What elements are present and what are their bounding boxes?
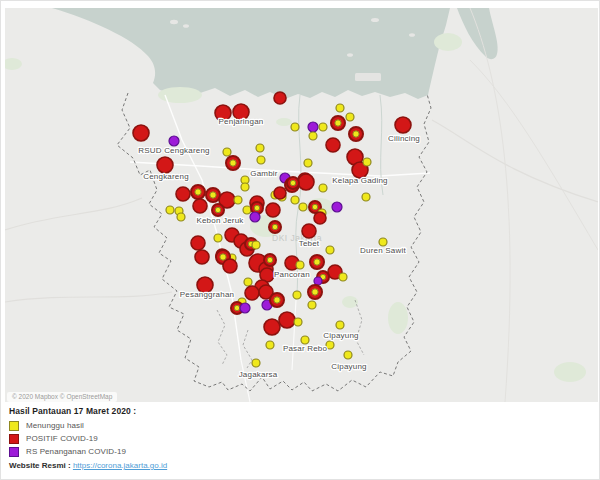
footer: Website Resmi : https://corona.jakarta.g… xyxy=(9,461,167,470)
district-label: Cipayung xyxy=(323,331,358,340)
map-marker-waiting[interactable] xyxy=(234,196,242,204)
map-marker-mixed[interactable] xyxy=(206,188,220,202)
district-label: Kebon Jeruk xyxy=(196,216,244,225)
district-label: Penjaringan xyxy=(219,117,264,126)
district-label: Cilincing xyxy=(388,134,420,143)
map-marker-waiting[interactable] xyxy=(256,144,264,152)
map-marker-waiting[interactable] xyxy=(362,193,370,201)
map-marker-waiting[interactable] xyxy=(319,123,327,131)
legend-title: Hasil Pantauan 17 Maret 2020 : xyxy=(9,406,136,416)
map-marker-waiting[interactable] xyxy=(336,321,344,329)
map-marker-positive[interactable] xyxy=(298,174,314,190)
map-marker-waiting[interactable] xyxy=(214,234,222,242)
map-marker-mixed[interactable] xyxy=(226,156,240,170)
map-marker-positive[interactable] xyxy=(133,125,149,141)
map-marker-waiting[interactable] xyxy=(244,278,252,286)
map-marker-positive[interactable] xyxy=(195,250,209,264)
map-marker-waiting[interactable] xyxy=(319,184,327,192)
map-marker-waiting[interactable] xyxy=(291,123,299,131)
map-marker-mixed[interactable] xyxy=(269,221,281,233)
legend-item-positive[interactable]: POSITIF COVID-19 xyxy=(9,434,136,443)
map-marker-waiting[interactable] xyxy=(223,148,231,156)
map-attribution[interactable]: © 2020 Mapbox © OpenStreetMap xyxy=(7,392,117,402)
map-marker-positive[interactable] xyxy=(395,117,411,133)
map-marker-hospital[interactable] xyxy=(308,122,318,132)
map-marker-positive[interactable] xyxy=(302,224,316,238)
map-marker-waiting[interactable] xyxy=(346,113,354,121)
map-marker-waiting[interactable] xyxy=(308,301,316,309)
map-marker-positive[interactable] xyxy=(176,187,190,201)
map-marker-waiting[interactable] xyxy=(339,273,347,281)
map-marker-mixed[interactable] xyxy=(287,177,299,189)
map-marker-waiting[interactable] xyxy=(257,156,265,164)
map-marker-waiting[interactable] xyxy=(296,261,304,269)
legend-label: POSITIF COVID-19 xyxy=(26,434,98,443)
map-marker-waiting[interactable] xyxy=(379,238,387,246)
map-marker-positive[interactable] xyxy=(274,92,286,104)
map-marker-positive[interactable] xyxy=(266,203,280,217)
district-label: Duren Sawit xyxy=(360,246,406,255)
map-marker-waiting[interactable] xyxy=(301,336,309,344)
map-marker-waiting[interactable] xyxy=(241,183,249,191)
legend-item-waiting[interactable]: Menunggu hasil xyxy=(9,421,136,430)
map-marker-positive[interactable] xyxy=(191,236,205,250)
map-marker-positive[interactable] xyxy=(223,259,237,273)
map-marker-mixed[interactable] xyxy=(349,127,363,141)
map-marker-positive[interactable] xyxy=(326,138,340,152)
map-marker-hospital[interactable] xyxy=(240,303,250,313)
map-marker-waiting[interactable] xyxy=(363,158,371,166)
map-marker-waiting[interactable] xyxy=(266,341,274,349)
map-marker-positive[interactable] xyxy=(245,286,259,300)
map-marker-waiting[interactable] xyxy=(309,132,317,140)
map-marker-mixed[interactable] xyxy=(264,254,276,266)
map-marker-mixed[interactable] xyxy=(270,293,284,307)
map-marker-positive[interactable] xyxy=(274,187,286,199)
map-marker-waiting[interactable] xyxy=(294,318,302,326)
map-marker-waiting[interactable] xyxy=(326,341,334,349)
map-marker-waiting[interactable] xyxy=(252,241,260,249)
map-marker-waiting[interactable] xyxy=(293,291,301,299)
map-marker-hospital[interactable] xyxy=(314,277,322,285)
district-label: Cengkareng xyxy=(143,172,189,181)
covid-map-dashboard: DKI Jakarta PenjaringanRSUD CengkarengCi… xyxy=(0,0,600,480)
map-marker-mixed[interactable] xyxy=(310,255,324,269)
map-marker-mixed[interactable] xyxy=(191,185,205,199)
map-marker-waiting[interactable] xyxy=(252,359,260,367)
map-marker-positive[interactable] xyxy=(264,319,280,335)
district-label: Gambir xyxy=(250,169,278,178)
district-label: Pasar Rebo xyxy=(283,344,328,353)
legend-swatch-positive xyxy=(9,434,19,444)
website-label: Website Resmi : xyxy=(9,461,71,470)
district-label: Pesanggrahan xyxy=(180,290,234,299)
map-marker-waiting[interactable] xyxy=(177,213,185,221)
map-marker-waiting[interactable] xyxy=(243,206,251,214)
map-marker-waiting[interactable] xyxy=(304,159,312,167)
jakarta-map[interactable]: DKI Jakarta PenjaringanRSUD CengkarengCi… xyxy=(5,8,598,402)
district-label: Tebet xyxy=(299,239,320,248)
map-marker-hospital[interactable] xyxy=(332,202,342,212)
legend: Hasil Pantauan 17 Maret 2020 : Menunggu … xyxy=(9,406,136,460)
district-label: Cipayung xyxy=(331,362,366,371)
legend-item-hospital[interactable]: RS Penanganan COVID-19 xyxy=(9,447,136,456)
map-marker-mixed[interactable] xyxy=(331,116,345,130)
map-pier xyxy=(355,73,381,81)
map-marker-positive[interactable] xyxy=(314,212,326,224)
district-label: Kelapa Gading xyxy=(332,176,388,185)
map-marker-waiting[interactable] xyxy=(344,351,352,359)
map-marker-waiting[interactable] xyxy=(299,203,307,211)
map-marker-positive[interactable] xyxy=(193,199,207,213)
map-marker-waiting[interactable] xyxy=(166,206,174,214)
website-link[interactable]: https://corona.jakarta.go.id xyxy=(73,461,167,470)
map-marker-hospital[interactable] xyxy=(169,136,179,146)
legend-swatch-waiting xyxy=(9,421,19,431)
legend-swatch-hospital xyxy=(9,447,19,457)
map-marker-mixed[interactable] xyxy=(212,204,224,216)
legend-label: RS Penanganan COVID-19 xyxy=(26,447,126,456)
map-marker-waiting[interactable] xyxy=(326,246,334,254)
map-marker-waiting[interactable] xyxy=(336,104,344,112)
map-marker-mixed[interactable] xyxy=(308,285,322,299)
map-marker-waiting[interactable] xyxy=(291,196,299,204)
map-marker-positive[interactable] xyxy=(157,157,173,173)
map-marker-hospital[interactable] xyxy=(250,212,260,222)
map-marker-positive[interactable] xyxy=(279,312,295,328)
